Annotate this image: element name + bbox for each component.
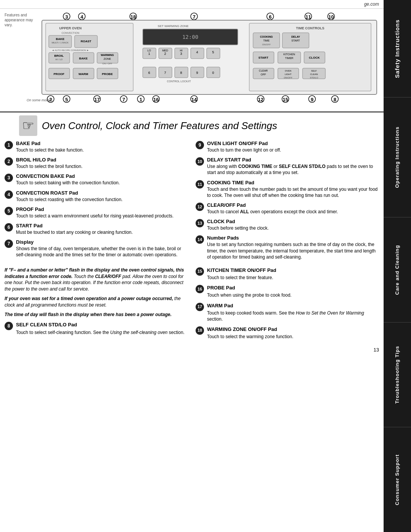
svg-text:TIME: TIME (263, 39, 270, 42)
feature-item: 12 CLEAR/OFF Pad Touch to cancel ALL ove… (196, 202, 379, 215)
feature-title-10: DELAY START Pad (207, 157, 379, 163)
feature-title-16: PROBE Pad (207, 284, 292, 291)
feature-title-4: CONVECTION ROAST Pad (16, 190, 123, 196)
svg-text:STD/LO: STD/LO (310, 77, 318, 79)
feature-item: 11 COOKING TIME Pad Touch and then touch… (196, 180, 379, 198)
feature-item: 14 Number Pads Use to set any function r… (196, 235, 379, 260)
hand-icon: ☞ (19, 115, 37, 136)
feature-number-2: 2 (5, 157, 13, 166)
svg-text:ON / OFF: ON / OFF (102, 62, 112, 65)
svg-text:8: 8 (180, 71, 182, 75)
feature-number-13: 13 (196, 219, 204, 227)
feature-item: 6 START Pad Must be touched to start any… (5, 223, 188, 235)
feature-number-1: 1 (5, 141, 13, 149)
svg-text:WARMING: WARMING (101, 54, 114, 56)
feature-number-7: 7 (5, 240, 13, 248)
page-header: ge.com (0, 0, 384, 9)
feature-item: 9 OVEN LIGHT ON/OFF Pad Touch to turn th… (196, 141, 379, 153)
site-url: ge.com (364, 2, 379, 7)
title-section: ☞ Oven Control, Clock and Timer Features… (0, 112, 384, 137)
svg-text:CLOCK: CLOCK (309, 56, 320, 59)
feature-item: 17 WARM Pad Touch to keep cooked foods w… (196, 302, 379, 323)
sidebar-label-care: Care and Cleaning (394, 242, 400, 298)
warning-bold: The time of day will flash in the displa… (5, 312, 188, 318)
left-warnings: If "F– and a number or letter" flash in … (5, 267, 188, 344)
feature-item: 10 DELAY START Pad Use along with COOKIN… (196, 157, 379, 176)
feature-desc-11: Touch and then touch the number pads to … (207, 186, 379, 198)
svg-text:UPPER OVEN: UPPER OVEN (59, 26, 81, 30)
svg-text:DELAY: DELAY (291, 35, 300, 38)
svg-text:PROBE: PROBE (102, 72, 113, 76)
svg-text:CLEAR: CLEAR (259, 69, 268, 72)
feature-desc-4: Touch to select roasting with the convec… (16, 197, 123, 203)
svg-text:On some models: On some models (27, 98, 53, 102)
svg-text:START: START (258, 56, 268, 59)
feature-title-2: BROIL HI/LO Pad (16, 157, 83, 163)
feature-desc-17: Touch to keep cooked foods warm. See the… (207, 310, 379, 322)
feature-number-15: 15 (196, 267, 204, 276)
feature-title-17: WARM Pad (207, 302, 379, 309)
feature-number-18: 18 (196, 326, 204, 335)
feature-title-14: Number Pads (207, 235, 379, 241)
feature-item: 2 BROIL HI/LO Pad Touch to select the br… (5, 157, 188, 169)
feature-number-6: 6 (5, 223, 13, 232)
feature-number-9: 9 (196, 141, 204, 149)
svg-text:CONVECTION: CONVECTION (62, 32, 80, 34)
svg-text:MULTI / 1 RACK: MULTI / 1 RACK (52, 42, 68, 44)
left-column: 1 BAKE Pad Touch to select the bake func… (5, 141, 188, 264)
feature-number-10: 10 (196, 157, 204, 166)
feature-number-17: 17 (196, 303, 204, 311)
warning-italic-2: If your oven was set for a timed oven op… (5, 296, 188, 308)
svg-text:LO: LO (147, 49, 151, 52)
svg-text:TIMER: TIMER (285, 57, 293, 59)
sidebar-label-consumer: Consumer Support (394, 451, 400, 508)
feature-number-8: 8 (5, 322, 13, 330)
feature-number-4: 4 (5, 190, 13, 199)
feature-desc-13: Touch before setting the clock. (207, 225, 269, 231)
warning-section: If "F– and a number or letter" flash in … (0, 265, 384, 345)
feature-desc-8: Touch to select self-cleaning function. … (16, 329, 185, 335)
sidebar-section-consumer: Consumer Support (384, 427, 411, 532)
feature-number-11: 11 (196, 180, 204, 189)
feature-item: 7 Display Shows the time of day, oven te… (5, 239, 188, 258)
feature-desc-2: Touch to select the broil function. (16, 163, 83, 169)
feature-number-5: 5 (5, 207, 13, 215)
feature-desc-10: Use along with COOKING TIME or SELF CLEA… (207, 163, 379, 176)
svg-text:7: 7 (122, 97, 125, 102)
svg-text:OVEN: OVEN (285, 70, 291, 72)
sidebar-section-operating: Operating Instructions (384, 97, 411, 217)
sidebar-label-operating: Operating Instructions (394, 123, 400, 191)
svg-text:ZONE: ZONE (104, 58, 111, 60)
svg-text:MED: MED (162, 49, 168, 52)
feature-title-8: SELF CLEAN STD/LO Pad (16, 321, 185, 328)
svg-text:SELF: SELF (311, 70, 317, 72)
svg-text:ON/OFF: ON/OFF (284, 77, 293, 79)
feature-item: 5 PROOF Pad Touch to select a warm envir… (5, 206, 188, 219)
feature-number-3: 3 (5, 174, 13, 182)
svg-text:BAKE: BAKE (79, 57, 88, 60)
svg-text:0: 0 (212, 71, 214, 75)
main-content: ge.com Features and appearance may vary.… (0, 0, 384, 354)
svg-text:6: 6 (269, 14, 271, 20)
feature-title-3: CONVECTION BAKE Pad (16, 173, 120, 179)
sidebar-section-safety: Safety Instructions (384, 0, 411, 97)
svg-text:7: 7 (193, 14, 195, 20)
feature-desc-9: Touch to turn the oven light on or off. (207, 147, 281, 153)
svg-text:6: 6 (148, 71, 150, 75)
feature-item: 13 CLOCK Pad Touch before setting the cl… (196, 219, 379, 231)
feature-title-7: Display (16, 239, 188, 245)
right-remaining: 15 KITCHEN TIMER ON/OFF Pad Touch to sel… (196, 267, 379, 344)
oven-panel: 3 4 18 7 6 11 10 UPPER OVEN (5, 12, 379, 107)
feature-title-12: CLEAR/OFF Pad (207, 202, 338, 208)
feature-title-6: START Pad (16, 223, 133, 228)
svg-text:4: 4 (196, 50, 198, 54)
feature-title-1: BAKE Pad (16, 141, 84, 146)
page-number: 13 (0, 345, 384, 354)
svg-text:START: START (292, 39, 300, 42)
svg-text:5: 5 (212, 50, 214, 54)
main-title: Oven Control, Clock and Timer Features a… (42, 120, 277, 131)
svg-text:ON/OFF: ON/OFF (262, 43, 271, 46)
feature-grid: 1 BAKE Pad Touch to select the bake func… (0, 137, 384, 265)
svg-text:HI: HI (180, 49, 183, 52)
feature-desc-3: Touch to select baking with the convecti… (16, 180, 120, 186)
